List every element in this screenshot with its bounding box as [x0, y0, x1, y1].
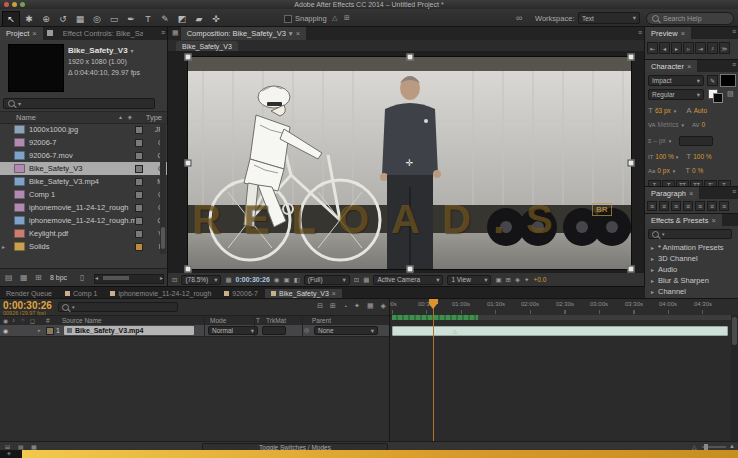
tab-project[interactable]: Project ×: [0, 27, 43, 40]
camera-tool-icon[interactable]: ▦: [72, 12, 88, 26]
play-button[interactable]: ▸: [671, 42, 682, 54]
twirl-icon[interactable]: ▸: [651, 255, 654, 262]
viewer-minitab[interactable]: Bike_Safety_V3: [176, 41, 238, 51]
eyedropper-icon[interactable]: ✎: [707, 75, 718, 86]
twirl-icon[interactable]: ▸: [651, 266, 654, 273]
twirl-icon[interactable]: ▸: [651, 277, 654, 284]
text-color-swatch[interactable]: [720, 74, 736, 87]
effects-category[interactable]: ▸ 3D Channel: [645, 253, 738, 264]
selection-handle[interactable]: [185, 266, 192, 273]
video-progress-bar[interactable]: [22, 450, 738, 458]
timeline-search-input[interactable]: ▾: [58, 302, 178, 312]
project-item[interactable]: Keylight.pdf V: [0, 227, 167, 240]
pixel-aspect-icon[interactable]: ▣: [495, 276, 501, 284]
column-t[interactable]: T: [256, 317, 260, 324]
layer-label-chip[interactable]: [46, 327, 54, 335]
tab-bike-safety-v3[interactable]: Bike_Safety_V3 ×: [265, 289, 342, 298]
next-frame-button[interactable]: ▹: [683, 42, 694, 54]
effects-category[interactable]: ▸ Channel: [645, 286, 738, 297]
twirl-icon[interactable]: ▸: [651, 288, 654, 295]
label-color-chip[interactable]: [135, 126, 143, 134]
label-color-chip[interactable]: [135, 217, 143, 225]
scroll-thumb[interactable]: [161, 227, 165, 249]
effects-category[interactable]: ▸ Audio: [645, 264, 738, 275]
tab-character[interactable]: Character ×: [645, 60, 697, 72]
justify-last-right-icon[interactable]: ≡: [707, 201, 717, 211]
glasses-icon[interactable]: ∞: [516, 13, 522, 23]
viewer-timecode[interactable]: 0:00:30:26: [236, 276, 270, 283]
motion-blur-icon[interactable]: ▦: [367, 302, 374, 310]
project-item[interactable]: 1000x1000.jpg JP: [0, 123, 167, 136]
project-item[interactable]: iphonemovie_11-24-12_rough.mov Q: [0, 214, 167, 227]
fast-previews-icon[interactable]: ⊞: [506, 276, 511, 284]
graph-editor-icon[interactable]: ◈: [381, 302, 386, 310]
label-color-chip[interactable]: [135, 139, 143, 147]
close-icon[interactable]: ×: [32, 29, 36, 38]
project-item-folder[interactable]: ▸ Solids F: [0, 240, 167, 253]
zoom-out-time-icon[interactable]: △: [692, 443, 697, 450]
label-color-chip[interactable]: [135, 204, 143, 212]
label-color-chip[interactable]: [135, 178, 143, 186]
tab-comp-1[interactable]: Comp 1: [59, 289, 104, 298]
selection-tool-icon[interactable]: ↖: [2, 11, 20, 27]
playhead-line[interactable]: [433, 299, 434, 441]
tracking-value[interactable]: 0: [702, 121, 706, 128]
clone-stamp-tool-icon[interactable]: ◩: [174, 12, 190, 26]
leading-value[interactable]: Auto: [694, 107, 707, 114]
project-item[interactable]: Bike_Safety_V3.mp4 M: [0, 175, 167, 188]
brush-tool-icon[interactable]: ✎: [157, 12, 173, 26]
hand-tool-icon[interactable]: ✱: [21, 12, 37, 26]
font-family-select[interactable]: Impact ▾: [648, 75, 704, 86]
tab-iphonemovie[interactable]: iphonemovie_11-24-12_rough: [104, 289, 217, 298]
panel-menu-icon[interactable]: ≡: [732, 28, 736, 35]
layer-marker-icon[interactable]: △: [453, 328, 457, 334]
justify-all-icon[interactable]: ≡: [719, 201, 729, 211]
magnification-select[interactable]: (78.5%) ▾: [181, 275, 221, 285]
player-menu-icon[interactable]: ◈: [7, 450, 11, 456]
twirl-icon[interactable]: ▸: [38, 327, 41, 333]
camera-select[interactable]: Active Camera ▾: [373, 275, 443, 285]
column-trkmat[interactable]: TrkMat: [266, 317, 286, 324]
rotation-tool-icon[interactable]: ↺: [55, 12, 71, 26]
justify-last-center-icon[interactable]: ≡: [695, 201, 705, 211]
channels-icon[interactable]: ◧: [294, 276, 300, 284]
font-size-value[interactable]: 63 px: [655, 107, 671, 114]
selection-handle[interactable]: [406, 54, 413, 61]
twirl-icon[interactable]: ▸: [2, 243, 5, 250]
parent-pickwhip-icon[interactable]: ◎: [304, 326, 309, 333]
first-frame-button[interactable]: ⇤: [647, 42, 658, 54]
close-icon[interactable]: ×: [687, 62, 691, 71]
view-layout-select[interactable]: 1 View ▾: [447, 275, 491, 285]
zoom-tool-icon[interactable]: ⊕: [38, 12, 54, 26]
tab-composition[interactable]: Composition: Bike_Safety_V3 ▾ ×: [181, 27, 306, 40]
resolution-select[interactable]: (Full) ▾: [304, 275, 350, 285]
column-number[interactable]: #: [46, 317, 50, 324]
selection-handle[interactable]: [185, 160, 192, 167]
audio-button[interactable]: ♪: [707, 42, 718, 54]
exposure-value[interactable]: +0.0: [534, 276, 547, 283]
timeline-button-icon[interactable]: ◈: [515, 276, 520, 284]
chevron-down-icon[interactable]: ▾: [674, 108, 677, 114]
project-item[interactable]: Comp 1 C: [0, 188, 167, 201]
selection-handle[interactable]: [185, 54, 192, 61]
shape-tool-icon[interactable]: ▭: [106, 12, 122, 26]
composition-viewer[interactable]: RELOAD.S BR ✛: [168, 51, 645, 272]
project-hscrollbar[interactable]: ◂ ▸: [94, 274, 164, 284]
stroke-swatch[interactable]: [713, 93, 723, 103]
layer-duration-bar[interactable]: △: [392, 326, 728, 336]
selection-handle[interactable]: [628, 160, 635, 167]
chevron-down-icon[interactable]: ▾: [682, 122, 685, 128]
parent-select[interactable]: None ▾: [314, 326, 378, 335]
column-source-name[interactable]: Source Name: [62, 317, 102, 324]
prev-frame-button[interactable]: ◂: [659, 42, 670, 54]
label-color-chip[interactable]: [135, 230, 143, 238]
new-folder-icon[interactable]: ▦: [20, 273, 28, 282]
bit-depth-button[interactable]: 8 bpc: [50, 274, 67, 281]
twirl-icon[interactable]: ▸: [651, 244, 654, 251]
hide-shy-layers-icon[interactable]: ◔: [343, 303, 347, 310]
trash-icon[interactable]: ▯: [80, 273, 84, 282]
work-area-bar[interactable]: [478, 315, 738, 320]
scroll-thumb[interactable]: [103, 276, 129, 280]
label-column-icon[interactable]: ◈: [127, 113, 132, 120]
label-color-chip[interactable]: [135, 191, 143, 199]
